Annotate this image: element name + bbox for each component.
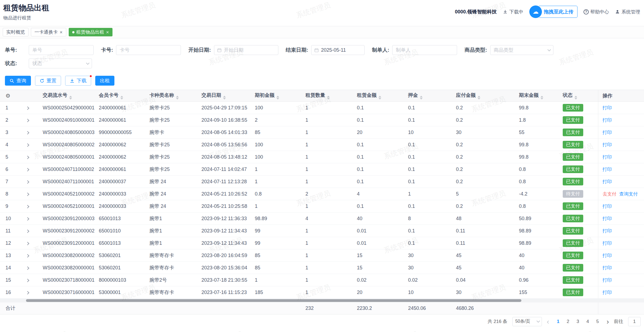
rent-button[interactable]: 出租 [95, 76, 114, 86]
op-link[interactable]: 打印 [603, 204, 612, 209]
expand-row-icon[interactable] [26, 168, 29, 171]
column-header-8[interactable]: 押金 [404, 90, 452, 102]
column-header-9[interactable]: 应付金额 [452, 90, 515, 102]
sort-asc-icon[interactable] [120, 96, 123, 97]
goto-page-input[interactable] [628, 317, 641, 326]
expand-row-icon[interactable] [26, 279, 29, 282]
end-date-picker[interactable] [311, 45, 365, 55]
sort-desc-icon[interactable] [69, 98, 72, 100]
op-link[interactable]: 打印 [603, 167, 612, 172]
page-button-5[interactable]: 5 [593, 318, 602, 326]
expand-row-icon[interactable] [26, 180, 29, 184]
sort-carets-icon[interactable] [420, 96, 423, 100]
expand-row-icon[interactable] [26, 193, 29, 196]
sort-asc-icon[interactable] [176, 96, 179, 97]
search-button[interactable]: 查询 [5, 76, 31, 86]
sort-asc-icon[interactable] [379, 96, 381, 97]
page-size-select[interactable]: 50条/页 [512, 317, 542, 326]
sort-asc-icon[interactable] [276, 96, 279, 97]
card-no-input[interactable] [116, 45, 181, 55]
reset-button[interactable]: 重置 [35, 76, 61, 86]
op-link[interactable]: 打印 [603, 179, 612, 184]
column-header-2[interactable]: 会员卡号 [94, 90, 145, 102]
status-select[interactable]: 状态 [29, 59, 92, 68]
page-button-1[interactable]: 1 [554, 318, 562, 326]
start-date-input[interactable] [224, 47, 275, 53]
expand-row-icon[interactable] [26, 242, 29, 245]
sort-carets-icon[interactable] [223, 96, 226, 100]
op-link[interactable]: 查询支付 [619, 191, 638, 197]
expand-row-icon[interactable] [26, 229, 29, 233]
next-page-button[interactable]: › [607, 318, 609, 325]
order-no-input[interactable] [29, 45, 94, 55]
sort-carets-icon[interactable] [541, 96, 543, 100]
prev-page-button[interactable]: ‹ [547, 318, 549, 325]
sort-carets-icon[interactable] [176, 96, 179, 100]
op-link[interactable]: 打印 [603, 290, 612, 295]
sort-carets-icon[interactable] [120, 96, 123, 100]
op-link[interactable]: 打印 [603, 253, 612, 258]
expand-row-icon[interactable] [26, 254, 29, 258]
sort-asc-icon[interactable] [420, 96, 423, 97]
column-settings-header[interactable]: ⚙ [0, 90, 16, 102]
sort-asc-icon[interactable] [541, 96, 543, 97]
column-header-1[interactable]: 交易流水号 [38, 90, 94, 102]
expand-row-icon[interactable] [26, 143, 29, 147]
op-link[interactable]: 打印 [603, 105, 612, 110]
creator-input[interactable] [392, 45, 457, 55]
op-link[interactable]: 打印 [603, 278, 612, 283]
sort-desc-icon[interactable] [379, 98, 381, 100]
tab-1[interactable]: 实时概览 [3, 28, 28, 36]
upload-dropzone[interactable]: ☁ 拖拽至此上传 [529, 5, 577, 18]
sort-carets-icon[interactable] [574, 96, 577, 100]
sort-desc-icon[interactable] [327, 98, 330, 100]
expand-row-icon[interactable] [26, 217, 29, 221]
sort-asc-icon[interactable] [223, 96, 226, 97]
end-date-input[interactable] [321, 47, 362, 53]
column-header-7[interactable]: 租赁金额 [353, 90, 404, 102]
op-link[interactable]: 打印 [603, 241, 612, 246]
sort-carets-icon[interactable] [327, 96, 330, 100]
sort-desc-icon[interactable] [574, 98, 577, 100]
start-date-picker[interactable] [214, 45, 278, 55]
expand-row-icon[interactable] [26, 119, 29, 122]
sort-asc-icon[interactable] [574, 96, 577, 97]
sort-desc-icon[interactable] [176, 98, 179, 100]
sort-carets-icon[interactable] [478, 96, 480, 100]
sort-carets-icon[interactable] [276, 96, 279, 100]
op-link[interactable]: 打印 [603, 130, 612, 135]
column-header-3[interactable]: 卡种类名称 [145, 90, 197, 102]
op-link[interactable]: 打印 [603, 155, 612, 160]
op-link[interactable]: 打印 [603, 265, 612, 270]
column-header-5[interactable]: 期初金额 [250, 90, 301, 102]
column-header-4[interactable]: 交易日期 [197, 90, 250, 102]
goods-type-select[interactable]: 商品类型 [490, 45, 553, 55]
sort-desc-icon[interactable] [541, 98, 543, 100]
sort-desc-icon[interactable] [120, 98, 123, 100]
expand-row-icon[interactable] [26, 291, 29, 295]
op-link[interactable]: 打印 [603, 228, 612, 234]
tab-close-icon[interactable]: × [106, 30, 109, 35]
op-link[interactable]: 打印 [603, 216, 612, 221]
expand-row-icon[interactable] [26, 156, 29, 159]
expand-row-icon[interactable] [26, 106, 29, 110]
expand-row-icon[interactable] [26, 131, 29, 135]
sort-asc-icon[interactable] [327, 96, 330, 97]
download-status[interactable]: 下载中 [503, 9, 523, 15]
gear-icon[interactable]: ⚙ [5, 92, 10, 99]
expand-row-icon[interactable] [26, 266, 29, 270]
op-link[interactable]: 打印 [603, 118, 612, 123]
horizontal-scrollbar-thumb[interactable] [26, 299, 521, 302]
user-menu[interactable]: 系统管理员 [615, 9, 640, 15]
column-header-11[interactable]: 状态 [558, 90, 598, 102]
expand-row-icon[interactable] [26, 205, 29, 208]
tab-3[interactable]: 租赁物品出租× [69, 28, 113, 36]
sort-desc-icon[interactable] [420, 98, 423, 100]
op-link[interactable]: 打印 [603, 142, 612, 147]
download-button[interactable]: 下载 [65, 76, 91, 86]
sort-asc-icon[interactable] [478, 96, 480, 97]
page-button-2[interactable]: 2 [564, 318, 572, 326]
tab-2[interactable]: 一卡通换卡× [31, 28, 66, 36]
sort-desc-icon[interactable] [223, 98, 226, 100]
column-header-6[interactable]: 租赁数量 [301, 90, 353, 102]
